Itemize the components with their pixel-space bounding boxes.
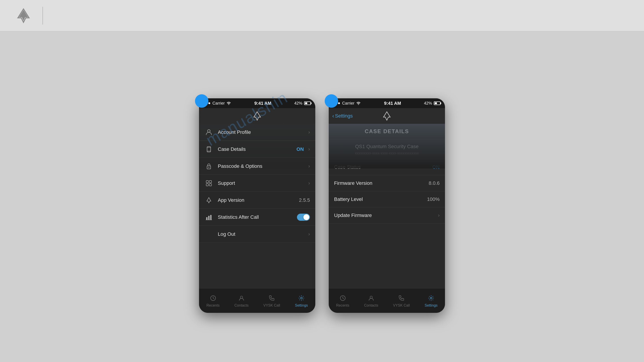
- svg-marker-13: [207, 198, 211, 203]
- phone1-content: Account Profile ›: [199, 124, 315, 288]
- phone2-app-header: ‹ Settings: [329, 108, 445, 124]
- tab-contacts[interactable]: Contacts: [234, 294, 248, 308]
- wifi-icon-2: [356, 101, 361, 105]
- case-details-chevron: ›: [308, 146, 310, 152]
- battery-pct: 42%: [294, 101, 302, 106]
- detail-row-update-firmware[interactable]: Update Firmware ›: [329, 207, 445, 223]
- indicator-dot-2: [325, 94, 338, 108]
- main-area: manualshin Carrier: [0, 31, 644, 362]
- lock-icon: [204, 162, 213, 171]
- back-button[interactable]: ‹ Settings: [332, 113, 353, 119]
- phone2-wrapper: Carrier 9:41 AM 42%: [329, 98, 445, 313]
- vysk-call-icon: [268, 294, 276, 302]
- logout-label: Log Out: [218, 231, 304, 237]
- update-firmware-chevron: ›: [438, 213, 440, 218]
- phone2-content: CASE DETAILS QS1 Quantum Security Case x…: [329, 124, 445, 288]
- chart-icon: [204, 213, 213, 222]
- menu-list: Account Profile ›: [199, 124, 315, 243]
- toggle-thumb: [304, 214, 309, 220]
- svg-point-3: [208, 130, 210, 132]
- app-version-label: App Version: [218, 197, 294, 203]
- logout-icon-placeholder: [204, 230, 213, 239]
- phone-case-icon: [204, 145, 213, 154]
- indicator-dot-1: [195, 94, 208, 108]
- carrier-label: Carrier: [212, 101, 225, 106]
- logo-area: [14, 5, 52, 26]
- contacts-icon: [238, 294, 246, 302]
- passcode-chevron: ›: [308, 163, 310, 169]
- svg-point-24: [430, 297, 432, 299]
- phone2: Carrier 9:41 AM 42%: [329, 98, 445, 313]
- app-logo-2: [381, 110, 392, 122]
- phone1-wrapper: Carrier 9:41 AM 42%: [199, 98, 315, 313]
- detail-row-firmware: Firmware Version 8.0.6: [329, 175, 445, 191]
- tab2-settings[interactable]: Settings: [425, 294, 438, 308]
- svg-rect-12: [209, 184, 212, 186]
- tab-settings[interactable]: Settings: [295, 294, 308, 308]
- tab-recents[interactable]: Recents: [206, 294, 220, 308]
- phone2-status-bar: Carrier 9:41 AM 42%: [329, 98, 445, 108]
- battery-fill-2: [435, 102, 437, 104]
- update-firmware-label: Update Firmware: [334, 213, 372, 218]
- support-icon: [204, 179, 213, 188]
- tab2-contacts-label: Contacts: [364, 304, 378, 308]
- tab-settings-label: Settings: [295, 304, 308, 308]
- firmware-version-value: 8.0.6: [429, 180, 440, 186]
- battery-icon: [304, 101, 311, 105]
- menu-item-app-version: App Version 2.5.5: [199, 192, 315, 209]
- battery-fill: [305, 102, 307, 104]
- vysk-logo: [14, 5, 34, 26]
- svg-rect-10: [209, 181, 212, 183]
- account-profile-chevron: ›: [308, 129, 310, 135]
- svg-rect-11: [206, 184, 208, 186]
- menu-item-case-details[interactable]: Case Details ON ›: [199, 141, 315, 158]
- svg-marker-1: [19, 10, 28, 21]
- phone1-tab-bar: Recents Contacts: [199, 288, 315, 313]
- recents-icon-2: [339, 294, 347, 302]
- vysk-small-icon: [204, 196, 213, 205]
- tab2-recents[interactable]: Recents: [336, 294, 349, 308]
- menu-item-support[interactable]: Support ›: [199, 175, 315, 192]
- contacts-icon-2: [367, 294, 375, 302]
- vysk-call-icon-2: [397, 294, 406, 302]
- logout-chevron: ›: [308, 231, 310, 237]
- settings-bg-image-2: [329, 124, 445, 168]
- battery-level-value: 100%: [427, 196, 440, 202]
- settings-icon: [298, 294, 306, 302]
- phone1-status-bar: Carrier 9:41 AM 42%: [199, 98, 315, 108]
- statistics-toggle[interactable]: [297, 214, 310, 221]
- app-version-value: 2.5.5: [299, 197, 310, 203]
- svg-marker-2: [254, 112, 260, 120]
- support-label: Support: [218, 180, 304, 186]
- person-icon: [204, 128, 213, 137]
- menu-item-passcode[interactable]: Passcode & Options ›: [199, 158, 315, 175]
- svg-rect-9: [206, 181, 208, 183]
- status-time-2: 9:41 AM: [384, 101, 401, 106]
- tab-contacts-label: Contacts: [234, 304, 248, 308]
- tab2-vysk-call[interactable]: VYSK Call: [393, 294, 410, 308]
- back-label: Settings: [335, 113, 353, 119]
- tab2-recents-label: Recents: [336, 304, 349, 308]
- statistics-label: Statistics After Call: [218, 214, 292, 220]
- settings-icon-2: [427, 294, 435, 302]
- svg-rect-16: [210, 215, 212, 220]
- recents-icon: [209, 294, 217, 302]
- tab-vysk-call[interactable]: VYSK Call: [264, 294, 280, 308]
- menu-item-logout[interactable]: Log Out ›: [199, 226, 315, 243]
- svg-point-23: [370, 296, 372, 298]
- menu-item-account-profile[interactable]: Account Profile ›: [199, 124, 315, 141]
- phone1: Carrier 9:41 AM 42%: [199, 98, 315, 313]
- tab-recents-label: Recents: [206, 304, 220, 308]
- phone2-tab-bar: Recents Contacts: [329, 288, 445, 313]
- svg-point-20: [300, 297, 302, 299]
- menu-item-statistics[interactable]: Statistics After Call: [199, 209, 315, 226]
- tab2-contacts[interactable]: Contacts: [364, 294, 378, 308]
- status-right: 42%: [294, 101, 311, 106]
- phone1-app-header: [199, 108, 315, 124]
- tab2-settings-label: Settings: [425, 304, 438, 308]
- header: [0, 0, 644, 31]
- battery-level-label: Battery Level: [334, 196, 363, 202]
- tab2-vysk-call-label: VYSK Call: [393, 304, 410, 308]
- battery-pct-2: 42%: [424, 101, 432, 106]
- svg-marker-21: [384, 112, 390, 120]
